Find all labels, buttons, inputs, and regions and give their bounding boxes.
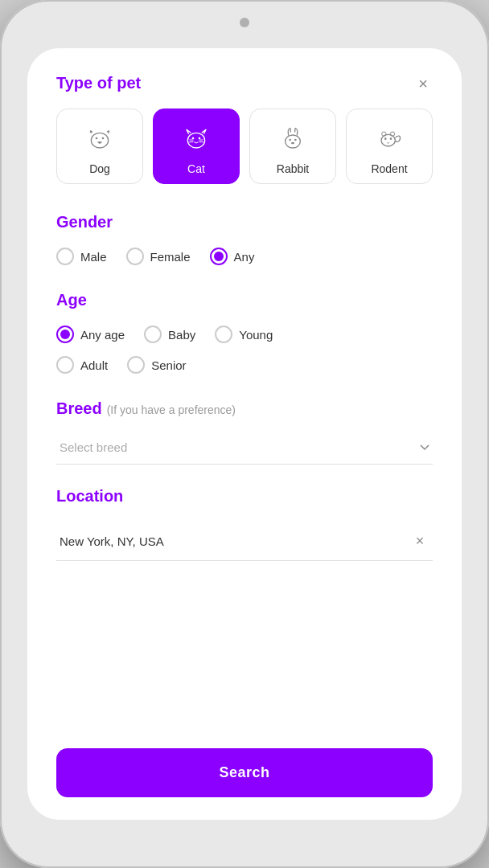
clear-location-button[interactable]: × <box>410 531 429 551</box>
location-value[interactable]: New York, NY, USA <box>60 534 404 548</box>
young-radio-outer <box>215 326 232 343</box>
rabbit-label: Rabbit <box>277 162 309 175</box>
young-label: Young <box>239 328 273 342</box>
gender-any[interactable]: Any <box>210 248 255 265</box>
age-senior[interactable]: Senior <box>127 356 186 374</box>
svg-point-4 <box>187 133 204 148</box>
age-young[interactable]: Young <box>215 326 273 343</box>
svg-point-10 <box>291 142 294 145</box>
modal-content: × Type of pet <box>27 48 462 820</box>
gender-title: Gender <box>56 213 433 231</box>
age-grid: Any age Baby Young <box>56 326 433 374</box>
pet-card-rabbit[interactable]: Rabbit <box>249 108 336 184</box>
age-row-2: Adult Senior <box>56 356 433 374</box>
male-label: Male <box>80 250 107 264</box>
any-radio-inner <box>214 252 224 261</box>
svg-point-9 <box>294 139 297 141</box>
male-radio-outer <box>56 248 74 265</box>
svg-point-0 <box>91 133 108 148</box>
svg-point-12 <box>384 137 387 140</box>
gender-male[interactable]: Male <box>56 248 107 265</box>
svg-point-8 <box>289 139 291 141</box>
breed-subtitle: (If you have a preference) <box>107 403 236 416</box>
svg-point-5 <box>192 137 195 140</box>
gender-female[interactable]: Female <box>126 248 191 265</box>
rodent-icon <box>372 121 407 156</box>
breed-select[interactable]: Select breed Persian Siamese Maine Coon … <box>56 431 433 465</box>
cat-icon <box>179 121 214 156</box>
any-age-radio-outer <box>56 326 74 343</box>
female-radio-outer <box>126 248 144 265</box>
any-age-radio-inner <box>60 330 70 339</box>
cat-label: Cat <box>187 162 205 175</box>
location-title: Location <box>56 487 433 506</box>
age-title: Age <box>56 291 433 309</box>
age-adult[interactable]: Adult <box>56 356 108 374</box>
breed-title-row: Breed (If you have a preference) <box>56 399 433 418</box>
baby-radio-outer <box>144 326 162 343</box>
phone-screen: × Type of pet <box>27 48 462 820</box>
any-label: Any <box>234 250 255 264</box>
age-any[interactable]: Any age <box>56 326 125 343</box>
gender-radio-group: Male Female Any <box>56 248 433 265</box>
rabbit-icon <box>275 121 310 156</box>
age-row-1: Any age Baby Young <box>56 326 433 343</box>
female-label: Female <box>150 250 191 264</box>
senior-label: Senior <box>151 358 186 372</box>
age-section: Age Any age Baby <box>56 291 433 374</box>
pet-card-rodent[interactable]: Rodent <box>346 108 433 184</box>
phone-shell: × Type of pet <box>0 0 489 868</box>
svg-point-3 <box>98 141 101 144</box>
svg-point-1 <box>96 137 98 140</box>
svg-point-2 <box>102 137 105 140</box>
dog-label: Dog <box>89 162 110 175</box>
location-section: Location New York, NY, USA × <box>56 487 433 561</box>
svg-point-13 <box>390 137 392 140</box>
breed-title: Breed <box>56 399 102 418</box>
rodent-label: Rodent <box>371 162 407 175</box>
svg-point-7 <box>286 135 301 148</box>
any-age-label: Any age <box>80 328 125 342</box>
pet-type-selector: Dog <box>56 108 433 184</box>
dog-icon <box>82 121 117 156</box>
age-baby[interactable]: Baby <box>144 326 195 343</box>
adult-label: Adult <box>80 358 108 372</box>
close-button[interactable]: × <box>410 71 436 96</box>
pet-card-cat[interactable]: Cat <box>153 108 240 184</box>
svg-point-6 <box>199 137 201 140</box>
any-radio-outer <box>210 248 228 265</box>
pet-type-title: Type of pet <box>56 74 433 92</box>
location-input-row: New York, NY, USA × <box>56 522 433 561</box>
baby-label: Baby <box>168 328 195 342</box>
adult-radio-outer <box>56 356 74 374</box>
gender-section: Gender Male Female Any <box>56 213 433 265</box>
breed-section: Breed (If you have a preference) Select … <box>56 399 433 465</box>
pet-card-dog[interactable]: Dog <box>56 108 143 184</box>
senior-radio-outer <box>127 356 145 374</box>
search-button[interactable]: Search <box>56 748 433 797</box>
